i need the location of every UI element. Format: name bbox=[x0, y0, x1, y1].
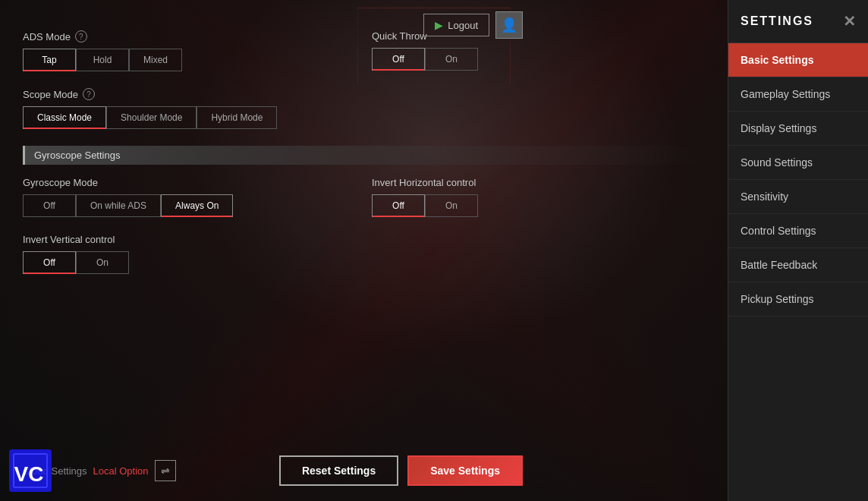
reset-settings-button[interactable]: Reset Settings bbox=[279, 455, 398, 486]
ads-help-icon[interactable]: ? bbox=[75, 30, 87, 43]
sidebar-items: Basic Settings Gameplay Settings Display… bbox=[728, 43, 868, 501]
gyro-off-button[interactable]: Off bbox=[23, 194, 76, 217]
local-option-label[interactable]: Local Option bbox=[93, 465, 149, 477]
gyro-alwayson-button[interactable]: Always On bbox=[161, 194, 233, 217]
close-icon[interactable]: ✕ bbox=[843, 12, 856, 30]
sidebar-item-gameplay[interactable]: Gameplay Settings bbox=[728, 77, 868, 112]
transfer-icon: ⇌ bbox=[161, 465, 170, 477]
inverth-on-button[interactable]: On bbox=[425, 194, 478, 217]
main-container: ▶ Logout 👤 ADS Mode ? Tap bbox=[0, 0, 868, 501]
quick-throw-label: Quick Throw bbox=[372, 30, 705, 42]
sidebar-title: SETTINGS bbox=[741, 14, 813, 28]
scope-classic-button[interactable]: Classic Mode bbox=[23, 106, 106, 129]
ads-mixed-button[interactable]: Mixed bbox=[129, 49, 182, 71]
logout-label: Logout bbox=[448, 20, 478, 31]
invert-vertical-row: Invert Vertical control Off On bbox=[23, 234, 705, 274]
bottom-bar: Cloud Settings Local Option ⇌ Reset Sett… bbox=[23, 455, 523, 486]
invert-horizontal-section: Invert Horizontal control Off On bbox=[372, 177, 705, 234]
scope-help-icon[interactable]: ? bbox=[83, 88, 95, 100]
ads-tap-button[interactable]: Tap bbox=[23, 49, 76, 71]
scope-mode-toggle-group: Classic Mode Shoulder Mode Hybrid Mode bbox=[23, 106, 705, 129]
transfer-icon-button[interactable]: ⇌ bbox=[155, 460, 176, 481]
ads-mode-row: ADS Mode ? Tap Hold Mixed bbox=[23, 30, 341, 71]
logo-svg: VC bbox=[8, 448, 76, 493]
row-ads-quickthrow: ADS Mode ? Tap Hold Mixed Quick Throw bbox=[23, 30, 705, 88]
scope-shoulder-button[interactable]: Shoulder Mode bbox=[106, 106, 197, 129]
play-icon: ▶ bbox=[435, 19, 443, 31]
invert-vertical-toggle-group: Off On bbox=[23, 251, 705, 274]
quick-throw-row: Quick Throw Off On bbox=[372, 30, 705, 71]
ads-mode-label: ADS Mode ? bbox=[23, 30, 341, 43]
scope-mode-row: Scope Mode ? Classic Mode Shoulder Mode … bbox=[23, 88, 705, 129]
sidebar-item-sensitivity[interactable]: Sensitivity bbox=[728, 180, 868, 214]
row-gyro-inverth: Gyroscope Mode Off On while ADS Always O… bbox=[23, 177, 705, 234]
sidebar-item-pickup[interactable]: Pickup Settings bbox=[728, 282, 868, 317]
ads-mode-section: ADS Mode ? Tap Hold Mixed bbox=[23, 30, 341, 88]
quick-throw-off-button[interactable]: Off bbox=[372, 48, 425, 71]
sidebar-item-basic[interactable]: Basic Settings bbox=[728, 43, 868, 77]
user-icon: 👤 bbox=[501, 17, 517, 33]
logout-button[interactable]: ▶ Logout bbox=[423, 14, 489, 36]
settings-content: ADS Mode ? Tap Hold Mixed Quick Throw bbox=[23, 30, 705, 274]
quick-throw-toggle-group: Off On bbox=[372, 48, 705, 71]
sidebar-item-battle[interactable]: Battle Feedback bbox=[728, 248, 868, 282]
invert-vertical-label: Invert Vertical control bbox=[23, 234, 705, 245]
sidebar-header: SETTINGS ✕ bbox=[728, 0, 868, 43]
user-icon-button[interactable]: 👤 bbox=[495, 11, 523, 39]
quick-throw-on-button[interactable]: On bbox=[425, 48, 478, 71]
top-bar: ▶ Logout 👤 bbox=[423, 11, 523, 39]
content-area: ▶ Logout 👤 ADS Mode ? Tap bbox=[0, 0, 728, 501]
invert-horizontal-toggle-group: Off On bbox=[372, 194, 705, 217]
invert-horizontal-row: Invert Horizontal control Off On bbox=[372, 177, 705, 217]
invertv-on-button[interactable]: On bbox=[76, 251, 129, 274]
inverth-off-button[interactable]: Off bbox=[372, 194, 425, 217]
scope-mode-label: Scope Mode ? bbox=[23, 88, 705, 100]
gyroscope-section-header: Gyroscope Settings bbox=[23, 146, 705, 165]
invert-horizontal-label: Invert Horizontal control bbox=[372, 177, 705, 188]
sidebar-item-sound[interactable]: Sound Settings bbox=[728, 146, 868, 180]
gyroscope-mode-label: Gyroscope Mode bbox=[23, 177, 341, 188]
gyroscope-mode-section: Gyroscope Mode Off On while ADS Always O… bbox=[23, 177, 341, 234]
ads-hold-button[interactable]: Hold bbox=[76, 49, 129, 71]
svg-text:VC: VC bbox=[14, 462, 44, 486]
quick-throw-section: Quick Throw Off On bbox=[372, 30, 705, 88]
scope-hybrid-button[interactable]: Hybrid Mode bbox=[197, 106, 277, 129]
invertv-off-button[interactable]: Off bbox=[23, 251, 76, 274]
gyro-ads-button[interactable]: On while ADS bbox=[76, 194, 161, 217]
gyroscope-mode-toggle-group: Off On while ADS Always On bbox=[23, 194, 341, 217]
bottom-buttons: Reset Settings Save Settings bbox=[279, 455, 523, 486]
gyroscope-mode-row: Gyroscope Mode Off On while ADS Always O… bbox=[23, 177, 341, 217]
logo: VC bbox=[8, 448, 76, 493]
sidebar-item-control[interactable]: Control Settings bbox=[728, 214, 868, 248]
sidebar: SETTINGS ✕ Basic Settings Gameplay Setti… bbox=[728, 0, 868, 501]
save-settings-button[interactable]: Save Settings bbox=[407, 455, 523, 486]
ads-mode-toggle-group: Tap Hold Mixed bbox=[23, 49, 341, 71]
sidebar-item-display[interactable]: Display Settings bbox=[728, 112, 868, 146]
